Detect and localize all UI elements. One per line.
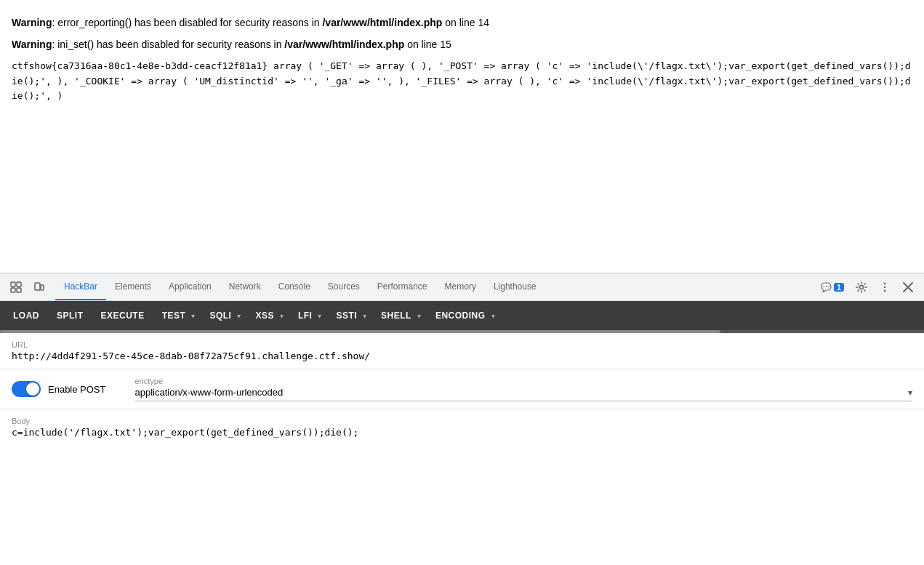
warning-2-rest: : ini_set() has been disabled for securi… [52, 39, 284, 50]
settings-icon[interactable] [851, 277, 872, 297]
console-badge-count: 1 [834, 283, 844, 292]
enctype-value: application/x-www-form-urlencoded [135, 387, 909, 398]
tab-sources[interactable]: Sources [319, 273, 369, 300]
url-section: URL http://4dd4f291-57ce-45ce-8dab-08f72… [0, 333, 924, 369]
warning-1: Warning: error_reporting() has been disa… [12, 15, 912, 31]
tab-performance[interactable]: Performance [369, 273, 436, 300]
sqli-button[interactable]: SQLI [202, 308, 233, 324]
warning-1-prefix: Warning [12, 17, 52, 28]
load-button[interactable]: LOAD [6, 308, 47, 324]
warning-1-path: /var/www/html/index.php [322, 17, 442, 28]
tab-hackbar[interactable]: HackBar [55, 273, 106, 300]
toggle-knob [26, 382, 39, 396]
inspect-icon[interactable] [6, 277, 26, 297]
hackbar-scrollbar-thumb [0, 330, 720, 333]
url-label: URL [12, 340, 912, 349]
svg-rect-5 [41, 285, 44, 290]
lfi-button[interactable]: LFI [291, 308, 314, 324]
svg-rect-2 [17, 282, 21, 286]
hackbar-body: URL http://4dd4f291-57ce-45ce-8dab-08f72… [0, 333, 924, 565]
warning-2: Warning: ini_set() has been disabled for… [12, 36, 912, 52]
body-section: Body c=include('/flagx.txt');var_export(… [0, 409, 924, 445]
hackbar-scrollbar[interactable] [0, 330, 924, 333]
tab-network[interactable]: Network [220, 273, 270, 300]
svg-rect-4 [35, 283, 40, 290]
enable-post-toggle[interactable] [12, 381, 41, 397]
tab-application[interactable]: Application [160, 273, 220, 300]
test-button[interactable]: TEST [155, 308, 188, 324]
hackbar-toolbar: LOAD SPLIT EXECUTE TEST ▾ SQLI ▾ XSS ▾ L… [0, 301, 924, 330]
console-messages-button[interactable]: 💬 1 [816, 281, 848, 294]
warning-2-path: /var/www/html/index.php [284, 39, 404, 50]
warning-2-prefix: Warning [12, 39, 52, 50]
tab-lighthouse[interactable]: Lighthouse [485, 273, 545, 300]
encoding-dropdown: ENCODING ▾ [428, 308, 499, 324]
body-label: Body [12, 417, 912, 425]
device-toolbar-icon[interactable] [29, 277, 49, 297]
devtools-topbar: HackBar Elements Application Network Con… [0, 273, 924, 301]
enctype-label: enctype [135, 377, 913, 385]
post-row: Enable POST enctype application/x-www-fo… [0, 369, 924, 409]
xss-button[interactable]: XSS [248, 308, 276, 324]
test-dropdown: TEST ▾ [155, 308, 200, 324]
body-value[interactable]: c=include('/flagx.txt');var_export(get_d… [12, 427, 912, 438]
xss-dropdown: XSS ▾ [248, 308, 288, 324]
warning-2-suffix: on line 15 [404, 39, 451, 50]
tab-elements[interactable]: Elements [106, 273, 160, 300]
test-dropdown-arrow[interactable]: ▾ [187, 309, 199, 323]
warning-1-suffix: on line 14 [442, 17, 489, 28]
xss-dropdown-arrow[interactable]: ▾ [276, 309, 288, 323]
devtools-panel: HackBar Elements Application Network Con… [0, 273, 924, 565]
shell-button[interactable]: SHELL [374, 308, 413, 324]
svg-point-6 [860, 285, 864, 289]
enable-post-label: Enable POST [48, 384, 106, 395]
url-value[interactable]: http://4dd4f291-57ce-45ce-8dab-08f72a75c… [12, 350, 912, 361]
devtools-tabs: HackBar Elements Application Network Con… [55, 273, 545, 300]
enctype-select[interactable]: application/x-www-form-urlencoded ▾ [135, 387, 913, 401]
ssti-button[interactable]: SSTI [329, 308, 358, 324]
shell-dropdown-arrow[interactable]: ▾ [413, 309, 425, 323]
svg-rect-0 [11, 282, 15, 286]
sqli-dropdown-arrow[interactable]: ▾ [233, 309, 245, 323]
svg-point-7 [884, 282, 886, 284]
close-devtools-icon[interactable] [898, 277, 918, 297]
svg-point-9 [884, 289, 886, 292]
code-output: ctfshow{ca7316aa-80c1-4e8e-b3dd-ceacf12f… [12, 59, 912, 104]
tab-console[interactable]: Console [270, 273, 319, 300]
lfi-dropdown-arrow[interactable]: ▾ [313, 309, 326, 323]
encoding-button[interactable]: ENCODING [428, 308, 487, 324]
chat-icon: 💬 [821, 282, 832, 292]
page-content: Warning: error_reporting() has been disa… [0, 0, 924, 273]
execute-button[interactable]: EXECUTE [94, 308, 152, 324]
devtools-left-icons [6, 277, 49, 297]
devtools-right-controls: 💬 1 [816, 277, 918, 297]
warning-1-rest: : error_reporting() has been disabled fo… [52, 17, 322, 28]
enctype-section: enctype application/x-www-form-urlencode… [106, 377, 925, 401]
lfi-dropdown: LFI ▾ [291, 308, 326, 324]
sqli-dropdown: SQLI ▾ [202, 308, 245, 324]
svg-rect-1 [11, 288, 15, 292]
svg-rect-3 [17, 288, 21, 292]
shell-dropdown: SHELL ▾ [374, 308, 425, 324]
svg-point-8 [884, 286, 886, 288]
ssti-dropdown-arrow[interactable]: ▾ [358, 309, 371, 323]
ssti-dropdown: SSTI ▾ [329, 308, 371, 324]
split-button[interactable]: SPLIT [49, 308, 91, 324]
more-options-icon[interactable] [875, 277, 895, 297]
tab-memory[interactable]: Memory [436, 273, 485, 300]
enable-post-toggle-wrap: Enable POST [12, 381, 106, 397]
encoding-dropdown-arrow[interactable]: ▾ [487, 309, 499, 323]
enctype-dropdown-arrow: ▾ [908, 388, 912, 398]
